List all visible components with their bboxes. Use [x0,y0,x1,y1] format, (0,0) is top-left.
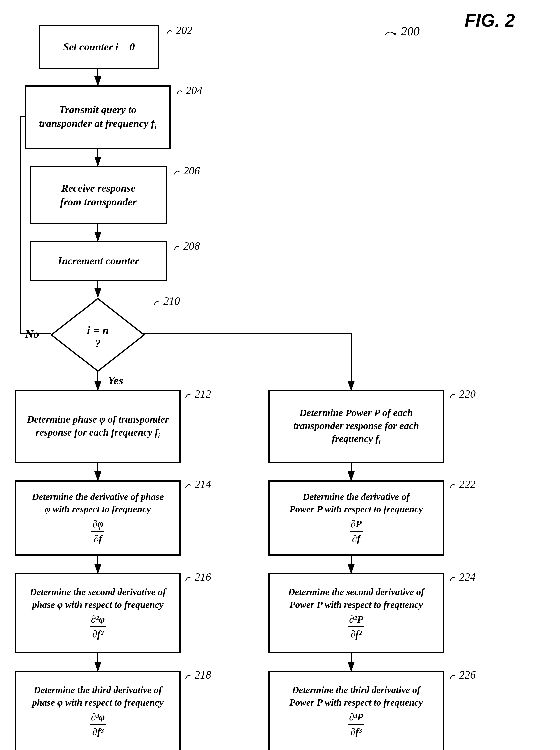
ref-220: 220 [449,388,476,400]
deriv3-right-box: Determine the third derivative ofPower P… [268,671,444,750]
decision-diamond: i = n? [50,297,145,373]
power-box: Determine Power P of eachtransponder res… [268,390,444,463]
power-text: Determine Power P of eachtransponder res… [293,406,419,447]
ref-218: 218 [184,669,211,681]
deriv1-right-text: Determine the derivative ofPower P with … [289,491,423,515]
d2-left-den: ∂f² [91,627,104,640]
deriv3-left-text: Determine the third derivative ofphase φ… [32,684,163,709]
phase-box: Determine phase φ of transponderresponse… [15,390,181,463]
ref-208: 208 [173,240,200,252]
d1-right-num: ∂P [349,517,363,532]
deriv1-right-box: Determine the derivative ofPower P with … [268,480,444,556]
yes-label: Yes [108,374,123,387]
d1-left-den: ∂f [93,532,103,545]
transmit-box: Transmit query totransponder at frequenc… [25,85,171,149]
ref-202: 202 [165,24,192,37]
set-counter-text: Set counter i = 0 [63,40,135,54]
deriv3-right-text: Determine the third derivative ofPower P… [289,684,423,709]
receive-text: Receive responsefrom transponder [60,181,137,209]
d1-left-num: ∂φ [91,517,104,532]
d2-right-num: ∂²P [348,613,364,627]
increment-text: Increment counter [58,254,139,268]
deriv1-left-box: Determine the derivative of phaseφ with … [15,480,181,556]
increment-box: Increment counter [30,241,167,281]
d2-right-den: ∂f² [349,627,363,640]
ref-226: 226 [449,669,476,681]
ref-204: 204 [176,84,202,97]
ref-212: 212 [184,388,211,400]
no-label: No [25,327,39,341]
receive-box: Receive responsefrom transponder [30,165,167,224]
figure-label: FIG. 2 [465,10,515,31]
ref-214: 214 [184,478,211,491]
deriv2-right-box: Determine the second derivative ofPower … [268,573,444,653]
deriv2-left-text: Determine the second derivative ofphase … [30,586,166,611]
transmit-text: Transmit query totransponder at frequenc… [39,103,157,132]
d3-right-den: ∂f³ [349,725,363,738]
ref-200: 200 [383,24,420,38]
d3-right-num: ∂³P [348,711,364,725]
ref-216: 216 [184,571,211,584]
d1-right-den: ∂f [351,532,361,545]
deriv1-left-text: Determine the derivative of phaseφ with … [32,491,164,515]
ref-210: 210 [153,295,180,308]
d2-left-num: ∂²φ [90,613,105,627]
ref-222: 222 [449,478,476,491]
ref-206: 206 [173,164,200,177]
deriv3-left-box: Determine the third derivative ofphase φ… [15,671,181,750]
ref-224: 224 [449,571,476,584]
deriv2-left-box: Determine the second derivative ofphase … [15,573,181,653]
d3-left-num: ∂³φ [90,711,105,725]
set-counter-box: Set counter i = 0 [39,25,159,69]
d3-left-den: ∂f³ [91,725,104,738]
svg-marker-12 [393,33,397,35]
deriv2-right-text: Determine the second derivative ofPower … [288,586,424,611]
phase-text: Determine phase φ of transponderresponse… [27,413,169,440]
